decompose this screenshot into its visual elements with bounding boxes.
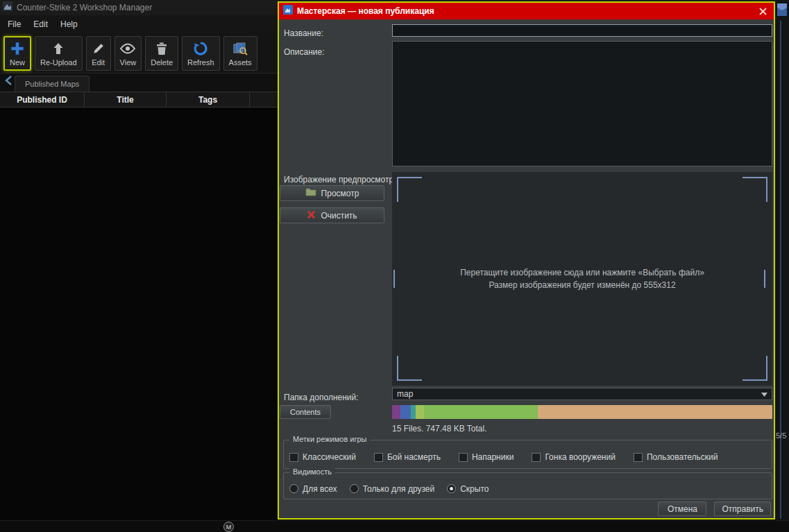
bottom-strip: M [0, 520, 789, 532]
tab-label: Published Maps [25, 80, 79, 88]
toolbar-delete-button[interactable]: Delete [145, 36, 178, 71]
assets-icon [232, 40, 248, 57]
browse-button-label: Просмотр [321, 189, 359, 198]
dropzone-corner [743, 177, 767, 202]
visibility-group: Видимость Для всех Только для друзей Скр… [283, 472, 772, 499]
radio-label: Только для друзей [363, 484, 435, 494]
clear-button[interactable]: Очистить [280, 207, 384, 223]
dialog-body: Название: Описание: Изображение предпрос… [279, 19, 774, 518]
toolbar-reupload-button[interactable]: Re-Upload [35, 36, 83, 71]
close-icon [759, 8, 767, 15]
browse-button[interactable]: Просмотр [280, 185, 384, 201]
background-app-icon [777, 2, 788, 20]
checkbox-label: Классический [303, 452, 356, 462]
taskbar-m-icon[interactable]: M [223, 522, 234, 532]
description-label: Описание: [284, 47, 325, 57]
checkbox-arms-race[interactable]: Гонка вооружений [532, 452, 616, 462]
dialog-buttons: Отмена Отправить [658, 501, 771, 516]
checkbox-label: Бой насмерть [387, 452, 441, 462]
checkbox [289, 453, 298, 462]
checkbox [374, 453, 383, 462]
checkbox-custom[interactable]: Пользовательский [634, 452, 718, 462]
toolbar-refresh-button[interactable]: Refresh [182, 36, 220, 71]
background-window-edge: 5/5 [775, 0, 789, 532]
menu-help[interactable]: Help [54, 17, 84, 32]
chevron-down-icon [761, 389, 767, 399]
content-bar-segment [411, 405, 416, 419]
menu-file[interactable]: File [1, 17, 27, 32]
clear-button-label: Очистить [321, 211, 357, 221]
upload-icon [51, 40, 65, 57]
name-label: Название: [284, 28, 323, 38]
description-input[interactable] [392, 41, 772, 166]
checkbox-classic[interactable]: Классический [289, 452, 356, 462]
checkbox-wingman[interactable]: Напарники [459, 452, 514, 462]
screen: Counter-Strike 2 Workshop Manager File E… [0, 0, 789, 532]
back-chevron-icon[interactable] [4, 76, 12, 88]
checkbox-deathmatch[interactable]: Бой насмерть [374, 452, 441, 462]
files-summary: 15 Files. 747.48 KB Total. [392, 424, 487, 434]
checkbox-label: Пользовательский [647, 452, 718, 462]
red-x-icon [307, 210, 316, 221]
toolbar-view-button[interactable]: View [114, 36, 142, 71]
workshop-icon [283, 5, 293, 17]
radio [447, 484, 456, 493]
plus-icon [10, 40, 25, 57]
window-title: Counter-Strike 2 Workshop Manager [17, 3, 152, 12]
game-modes-group: Метки режимов игры Классический Бой насм… [283, 440, 772, 469]
game-modes-row: Классический Бой насмерть Напарники Гонк… [284, 440, 772, 468]
submit-button[interactable]: Отправить [714, 501, 771, 516]
eye-icon [120, 40, 135, 57]
dropzone-instruction: Перетащите изображение сюда или нажмите … [460, 268, 704, 277]
radio-label: Для всех [303, 484, 337, 494]
checkbox [634, 453, 643, 462]
radio-label: Скрыто [460, 484, 489, 494]
checkbox-label: Напарники [472, 452, 514, 462]
game-modes-group-label: Метки режимов игры [289, 435, 370, 443]
contents-button[interactable]: Contents [280, 405, 331, 419]
pencil-icon [92, 40, 105, 57]
dialog-titlebar[interactable]: Мастерская — новая публикация [279, 3, 774, 19]
checkbox [459, 453, 468, 462]
column-header-tags[interactable]: Tags [167, 92, 250, 107]
name-input[interactable] [392, 24, 772, 37]
radio-everyone[interactable]: Для всех [289, 484, 337, 494]
addon-folder-select[interactable]: map [392, 388, 772, 400]
checkbox [532, 453, 541, 462]
publish-dialog: Мастерская — новая публикация Название: … [278, 1, 775, 520]
cancel-button[interactable]: Отмена [658, 501, 706, 516]
dropzone-corner [743, 356, 767, 381]
toolbar-edit-button[interactable]: Edit [86, 36, 111, 71]
visibility-group-label: Видимость [289, 467, 335, 476]
toolbar-new-button[interactable]: New [3, 36, 31, 71]
content-bar-segment [424, 405, 538, 419]
preview-image-label: Изображение предпросмотра: [284, 175, 400, 185]
radio [289, 484, 298, 493]
dropzone-edge-tick [764, 270, 765, 288]
column-header-published-id[interactable]: Published ID [0, 92, 85, 107]
dropzone-corner [397, 356, 422, 381]
page-indicator: 5/5 [776, 431, 786, 440]
addon-folder-label: Папка дополнений: [284, 393, 359, 402]
dialog-title: Мастерская — новая публикация [297, 6, 752, 16]
toolbar-assets-button[interactable]: Assets [223, 36, 257, 71]
scrollbar[interactable] [780, 21, 781, 519]
addon-folder-value: map [397, 389, 413, 399]
content-bar-segment [538, 405, 772, 419]
app-icon [3, 1, 12, 14]
refresh-icon [193, 40, 208, 57]
content-bar-segment [416, 405, 424, 419]
menu-edit[interactable]: Edit [27, 17, 54, 32]
radio-friends-only[interactable]: Только для друзей [350, 484, 435, 494]
image-dropzone[interactable]: Перетащите изображение сюда или нажмите … [392, 172, 772, 386]
content-bar-segment [400, 405, 411, 419]
close-button[interactable] [756, 4, 770, 18]
dropzone-edge-tick [393, 270, 395, 288]
dropzone-size-note: Размер изображения будет изменён до 555x… [489, 280, 675, 290]
column-header-title[interactable]: Title [85, 92, 167, 107]
trash-icon [155, 40, 168, 57]
content-bar-segment [392, 405, 400, 419]
radio-hidden[interactable]: Скрыто [447, 484, 489, 494]
checkbox-label: Гонка вооружений [545, 452, 616, 462]
tab-published-maps[interactable]: Published Maps [15, 76, 90, 92]
